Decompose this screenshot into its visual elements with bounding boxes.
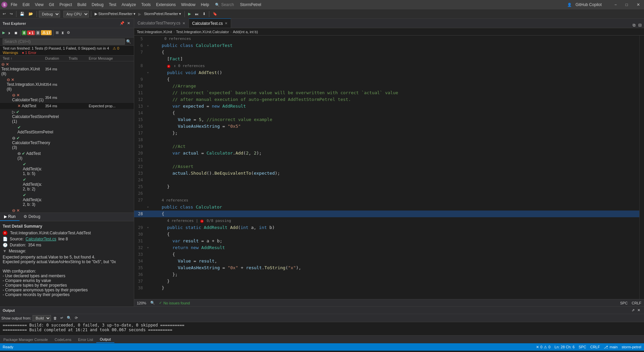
bc-item-0[interactable]: Test.Integration.XUnit [137,30,172,34]
menu-window[interactable]: Window [178,2,198,8]
menu-analyze[interactable]: Analyze [119,2,139,8]
te-filter-btn[interactable]: ⧗ [60,30,65,36]
zoom-level[interactable]: 120% [137,301,146,305]
code-line-5-ref: 5 0 references [134,36,639,42]
tree-item[interactable]: ✔ AddTest(a: 2, b: 3) [0,192,134,208]
bookmark-btn[interactable]: 🔖 [211,11,219,17]
menu-tools[interactable]: Tools [139,2,153,8]
te-pin-btn[interactable]: 📌 [119,21,125,26]
output-clear-btn[interactable]: 🗑 [52,315,58,321]
code-content[interactable]: 5 0 references 6 ▾ public class Calculat… [134,36,639,299]
detail-test-name-row: ✕ Test.Integration.XUnit.CalculatorTest.… [3,231,131,235]
te-search-input[interactable] [3,39,125,45]
project1-btn[interactable]: ▶ StormPetrel.Rewriter ▾ [93,11,137,17]
tree-item[interactable]: ✔ AddTestStormPetrel [0,124,134,135]
ok-icon: ✓ [159,301,162,305]
cursor-status[interactable]: Ln: 28 Ch: 6 [554,345,575,349]
menu-help[interactable]: Help [198,2,212,8]
tab-pkg-manager[interactable]: Package Manager Console [0,337,51,343]
remote-status[interactable]: storm-petrel [622,345,641,349]
tree-item[interactable]: ⊖ ✔ AddTest (3) [0,151,134,161]
output-sync-btn[interactable]: ⟳ [74,315,79,321]
undo-btn[interactable]: ↩ [1,11,7,17]
save-btn[interactable]: 💾 [18,11,26,17]
statusbar: Ready ✕ 0 ⚠ 0 Ln: 28 Ch: 6 SPC CRLF ⎇ ma… [0,343,644,351]
tree-item[interactable]: ⊖ ✔ CalculatorTestTheory (3) [0,135,134,151]
tab-output[interactable]: Output [96,336,114,343]
tree-item[interactable]: ⊖ ✕ CalculatorTest (1) 354 ms [0,92,134,103]
duration-label: Duration: [10,243,26,247]
tree-item[interactable]: ⊖ ✕ CalculatorTestTheoryStormPetrel (3) [0,208,134,213]
search-bar[interactable]: 🔍 Search [215,2,234,7]
tree-item[interactable]: ✕ AddTest 354 msExpected prop... [0,103,134,109]
code-line-27-ref: 27 4 references [134,197,639,204]
titlebar-left: S File Edit View Git Project Build Debug… [0,2,261,8]
redo-btn[interactable]: ↪ [8,11,14,17]
te-close-btn[interactable]: ✕ [126,21,131,26]
bc-item-2[interactable]: Add(int a, int b) [233,30,258,34]
bc-sep-1: › [230,30,232,34]
te-run-btn[interactable]: ⏵ [7,30,12,36]
te-group-btn[interactable]: ⊞ [55,30,60,36]
open-btn[interactable]: 📂 [27,11,35,17]
bc-item-1[interactable]: Test.Integration.XUnit.Calculator [176,30,229,34]
menu-edit[interactable]: Edit [20,2,32,8]
menu-build[interactable]: Build [75,2,89,8]
step-in-btn[interactable]: ⬇ [201,11,207,17]
output-close-btn[interactable]: ✕ [636,308,641,313]
output-source-select[interactable]: Build [33,315,51,321]
start-btn[interactable]: ▶ [187,11,192,17]
collapse-all-btn[interactable]: ⊟ [637,22,643,28]
te-settings-btn[interactable]: ⚙ [66,30,71,36]
tree-item[interactable]: ✔ AddTest(a: 1, b: 5) [0,161,134,177]
detail-message-row: ▼ Message: [3,249,131,253]
menu-file[interactable]: File [8,2,20,8]
tree-item[interactable]: ⊖ ✕ Test.Integration.XUnit (8) 354 ms [0,61,134,77]
tab-debug[interactable]: ⚙ Debug [19,213,44,221]
output-find-btn[interactable]: 🔍 [66,315,72,321]
tree-item[interactable]: ▷ ✔ CalculatorTestStormPetrel (1) [0,109,134,124]
tree-item[interactable]: ✔ AddTest(a: 2, b: 2) [0,177,134,192]
tab-calculatortesttheory[interactable]: CalculatorTestTheory.cs ✕ [134,18,189,28]
source-file-link[interactable]: CalculatorTest.cs [25,237,56,241]
menu-test[interactable]: Test [106,2,119,8]
branch-status[interactable]: ⎇ main [604,345,618,349]
menu-debug[interactable]: Debug [89,2,106,8]
tree-header: Test ↑ Duration Traits Error Message [0,56,134,61]
errors-count[interactable]: ✕ 0 ⚠ 0 [536,345,550,349]
debug-mode-select[interactable]: Debug [39,11,60,17]
tab-close-1[interactable]: ✕ [225,21,227,25]
menu-view[interactable]: View [32,2,46,8]
minimize-button[interactable]: − [610,2,621,8]
tab-codelens[interactable]: CodeLens [51,337,75,343]
tab-error-list[interactable]: Error List [75,337,97,343]
code-line-25: 25 } [134,183,639,190]
zoom-icon: 🔍 [150,301,155,305]
output-wrap-btn[interactable]: ↵ [59,315,64,321]
code-inner: 5 0 references 6 ▾ public class Calculat… [134,36,639,291]
spaces-status[interactable]: SPC [579,345,586,349]
tab-run[interactable]: ▶ Run [0,213,19,221]
te-run-all-btn[interactable]: ▶ [1,30,6,36]
code-line-18: 18 [134,136,639,143]
menu-extensions[interactable]: Extensions [153,2,178,8]
te-stop-btn[interactable]: ⏹ [13,30,19,36]
project2-btn[interactable]: StormPetrel.Rewriter ▾ [143,11,182,17]
menu-git[interactable]: Git [46,2,57,8]
step-over-btn[interactable]: ⏭ [194,11,200,17]
tab-calculatortest[interactable]: CalculatorTest.cs ✕ [189,18,231,28]
split-editor-btn[interactable]: ⧉ [632,22,637,28]
menu-project[interactable]: Project [57,2,74,8]
tab-close-0[interactable]: ✕ [182,21,185,25]
github-copilot[interactable]: 👤 GitHub Copilot [565,2,607,8]
code-line-28: 28 { [134,211,639,217]
encoding-status[interactable]: CRLF [590,345,600,349]
tree-item[interactable]: ⊖ ✕ Test.Integration.XUnit (8) 354 ms [0,77,134,92]
output-float-btn[interactable]: ⇗ [631,308,636,313]
close-button[interactable]: ✕ [633,2,644,8]
code-line-11: 11 // incorrect `expected` baseline valu… [134,90,639,96]
platform-select[interactable]: Any CPU [63,11,89,17]
output-body: ========== Build: 0 succeeded, 0 failed,… [0,322,644,335]
restore-button[interactable]: □ [622,2,632,8]
code-line-22: 22 //Assert [134,163,639,170]
